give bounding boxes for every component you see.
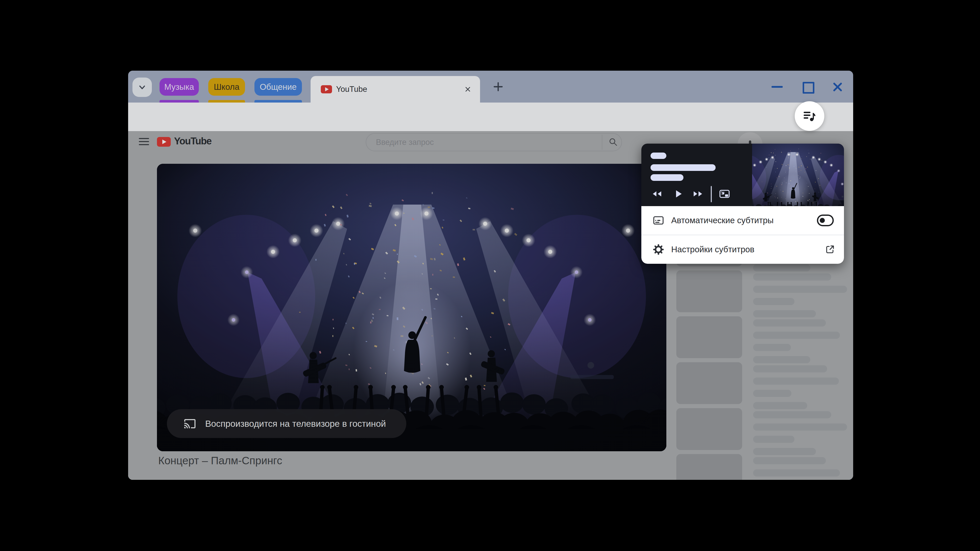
auto-captions-toggle[interactable] <box>817 214 834 226</box>
toggle-knob <box>820 218 825 223</box>
menu-item-label: Автоматические субтитры <box>671 216 817 225</box>
media-session-card <box>641 144 844 206</box>
next-track-button[interactable] <box>692 188 704 200</box>
media-controls-popup: Автоматические субтитры Настройки субтит… <box>641 144 844 264</box>
browser-window: Музыка Школа Общение YouTube <box>128 71 853 480</box>
controls-divider <box>711 186 712 202</box>
playlist-music-icon <box>802 109 817 124</box>
picture-in-picture-button[interactable] <box>718 188 731 200</box>
previous-track-button[interactable] <box>651 188 663 200</box>
media-text-placeholder <box>651 174 683 181</box>
gear-icon <box>652 244 664 256</box>
menu-item-caption-settings[interactable]: Настройки субтитров <box>641 235 844 264</box>
media-thumbnail <box>752 144 844 206</box>
play-button[interactable] <box>672 188 684 200</box>
captions-icon <box>652 214 664 226</box>
media-thumbnail-image <box>752 144 844 206</box>
media-title-placeholder <box>651 152 667 159</box>
media-text-placeholder <box>651 164 716 171</box>
window-dim-overlay <box>128 71 853 480</box>
external-link-icon <box>824 244 835 255</box>
menu-item-auto-captions[interactable]: Автоматические субтитры <box>641 206 844 235</box>
menu-item-label: Настройки субтитров <box>671 245 824 254</box>
media-controls-toolbar-button[interactable] <box>795 101 824 131</box>
